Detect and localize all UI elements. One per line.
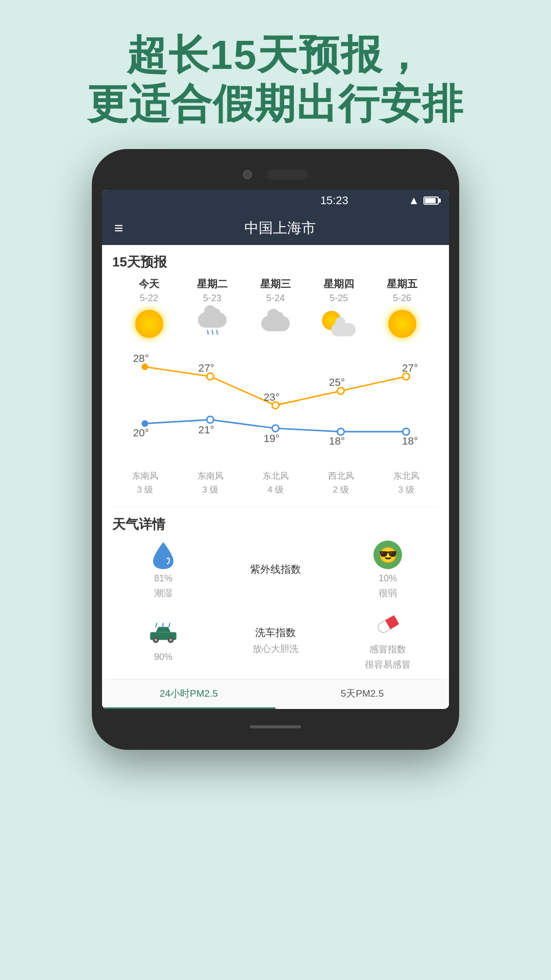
battery-icon xyxy=(423,197,439,205)
wind-dir-3: 西北风 xyxy=(308,469,373,483)
day-col-0: 今天 5-22 xyxy=(117,277,181,341)
high-label-0: 28° xyxy=(133,352,149,364)
sunglasses-icon: 😎 xyxy=(372,540,403,570)
wind-dir-2: 东北风 xyxy=(243,469,308,483)
weather-icon-2 xyxy=(258,306,293,341)
high-label-3: 25° xyxy=(329,376,345,388)
carwash-sub: 放心大胆洗 xyxy=(253,643,298,655)
wind-level-3: 2 级 xyxy=(308,483,373,497)
low-dot-2 xyxy=(272,425,279,432)
tab-5day-pm25[interactable]: 5天PM2.5 xyxy=(276,680,449,709)
high-dot-4 xyxy=(403,373,409,380)
svg-point-4 xyxy=(169,639,172,641)
header-line2: 更适合假期出行安排 xyxy=(0,80,551,129)
low-label-0: 20° xyxy=(133,427,149,438)
svg-point-2 xyxy=(155,639,157,641)
partly-cloudy-icon xyxy=(322,311,356,336)
wind-dir-4: 东北风 xyxy=(373,469,439,483)
humidity-sub: 潮湿 xyxy=(154,587,172,599)
low-dot-1 xyxy=(207,416,213,423)
day-col-4: 星期五 5-26 xyxy=(370,277,434,341)
forecast-section: 15天预报 今天 5-22 星期二 xyxy=(102,245,449,341)
humidity-icon xyxy=(148,540,179,570)
humidity-item: 81% 潮湿 xyxy=(112,540,214,599)
city-name: 中国上海市 xyxy=(123,218,437,238)
pill-icon xyxy=(372,609,403,640)
status-icons: ▲ xyxy=(408,194,439,207)
temp-chart-svg: 28° 27° 23° 25° 27° xyxy=(112,352,439,459)
cloud-rain-icon xyxy=(198,312,227,335)
wind-col-2: 东北风 4 级 xyxy=(243,469,308,497)
wind-col-4: 东北风 3 级 xyxy=(373,469,439,497)
sun-icon-0 xyxy=(135,310,163,338)
weather-icon-1 xyxy=(194,306,230,341)
cold-item: 感冒指数 很容易感冒 xyxy=(337,609,439,671)
header-line1: 超长15天预报， xyxy=(0,31,551,80)
wind-dir-1: 东南风 xyxy=(178,469,243,483)
carwash-label-item: 洗车指数 放心大胆洗 xyxy=(224,626,327,655)
day-name-1: 星期二 xyxy=(197,277,228,291)
carwash-icon-item: 90% xyxy=(112,618,214,663)
day-date-0: 5-22 xyxy=(140,293,158,304)
car-icon-svg xyxy=(148,621,179,646)
battery-fill xyxy=(425,198,436,203)
phone-bottom xyxy=(102,719,449,734)
earpiece xyxy=(267,169,308,180)
rain-drop xyxy=(211,330,214,335)
phone-top xyxy=(102,164,449,190)
day-name-4: 星期五 xyxy=(387,277,417,291)
car-wash-icon xyxy=(148,618,179,649)
phone-mockup: 15:23 ▲ ≡ 中国上海市 15天预报 xyxy=(0,149,551,750)
uv-sub: 很弱 xyxy=(379,587,397,599)
bottom-tabs: 24小时PM2.5 5天PM2.5 xyxy=(102,679,449,709)
home-bar xyxy=(250,725,301,728)
high-dot-1 xyxy=(207,373,213,380)
phone-body: 15:23 ▲ ≡ 中国上海市 15天预报 xyxy=(92,149,459,750)
cloud-only-icon xyxy=(261,316,290,331)
day-name-3: 星期四 xyxy=(323,277,354,291)
carwash-label: 洗车指数 xyxy=(255,626,296,640)
day-date-4: 5-26 xyxy=(393,293,411,304)
day-col-2: 星期三 5-24 xyxy=(244,277,307,341)
wind-col-0: 东南风 3 级 xyxy=(112,469,178,497)
svg-line-6 xyxy=(162,623,163,627)
carwash-value: 90% xyxy=(154,652,172,663)
high-label-2: 23° xyxy=(264,391,280,403)
app-toolbar: ≡ 中国上海市 xyxy=(102,211,449,245)
day-name-0: 今天 xyxy=(139,277,159,291)
days-row: 今天 5-22 星期二 5-23 xyxy=(112,277,439,341)
uv-item: 😎 10% 很弱 xyxy=(337,540,439,599)
high-dot-2 xyxy=(272,402,279,408)
svg-line-7 xyxy=(169,623,170,627)
cold-label: 感冒指数 xyxy=(369,643,406,655)
rain-drop xyxy=(216,330,218,335)
pill-svg xyxy=(372,609,403,640)
low-dot-3 xyxy=(337,428,344,435)
rain-drop xyxy=(207,330,209,335)
high-label-1: 27° xyxy=(198,362,214,374)
low-label-1: 21° xyxy=(198,424,214,435)
day-date-2: 5-24 xyxy=(266,293,285,304)
wind-level-1: 3 级 xyxy=(178,483,243,497)
menu-icon[interactable]: ≡ xyxy=(114,219,123,237)
status-bar: 15:23 ▲ xyxy=(102,190,449,211)
high-dot-3 xyxy=(337,387,344,394)
wind-level-2: 4 级 xyxy=(243,483,308,497)
low-dot-4 xyxy=(403,428,409,435)
low-label-4: 18° xyxy=(402,435,418,447)
wind-col-3: 西北风 2 级 xyxy=(308,469,373,497)
sunglasses-emoji: 😎 xyxy=(373,541,402,569)
low-label-3: 18° xyxy=(329,435,345,447)
wind-level-0: 3 级 xyxy=(112,483,178,497)
high-label-4: 27° xyxy=(402,362,418,374)
temperature-chart: 28° 27° 23° 25° 27° xyxy=(102,341,449,464)
wind-level-4: 3 级 xyxy=(373,483,439,497)
pc-cloud xyxy=(331,323,356,336)
tab-5day-label: 5天PM2.5 xyxy=(341,688,384,699)
humidity-value: 81% xyxy=(154,573,172,584)
tab-24h-pm25[interactable]: 24小时PM2.5 xyxy=(102,680,276,709)
details-title: 天气详情 xyxy=(112,516,439,533)
wind-col-1: 东南风 3 级 xyxy=(178,469,243,497)
svg-line-5 xyxy=(156,623,157,627)
status-time: 15:23 xyxy=(260,194,408,207)
